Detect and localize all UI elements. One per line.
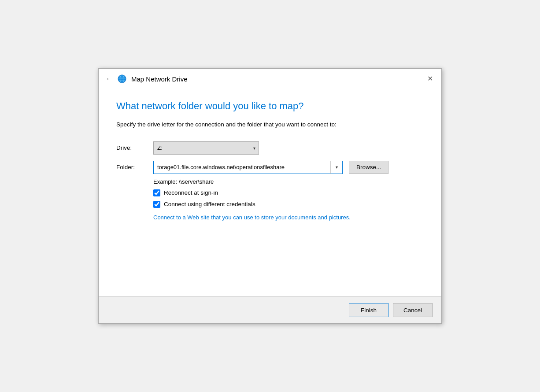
reconnect-label: Reconnect at sign-in	[164, 189, 218, 196]
folder-input[interactable]	[153, 161, 330, 174]
folder-input-wrapper: ▾	[153, 161, 343, 174]
reconnect-checkbox[interactable]	[153, 189, 160, 196]
web-site-link[interactable]: Connect to a Web site that you can use t…	[153, 214, 424, 221]
folder-dropdown-button[interactable]: ▾	[330, 161, 343, 174]
drive-select[interactable]: Z: Y: X: W: V:	[153, 141, 259, 155]
form-section: Drive: Z: Y: X: W: V: ▾ Folder:	[116, 141, 424, 174]
credentials-checkbox[interactable]	[153, 201, 160, 208]
folder-label: Folder:	[116, 164, 147, 170]
title-bar-left: ← Map Network Drive	[106, 74, 188, 84]
dialog-title: Map Network Drive	[131, 75, 188, 83]
main-heading: What network folder would you like to ma…	[116, 100, 424, 112]
folder-row: Folder: ▾ Browse...	[116, 161, 424, 174]
cancel-button[interactable]: Cancel	[393, 303, 433, 317]
back-button[interactable]: ←	[106, 75, 113, 83]
reconnect-checkbox-row[interactable]: Reconnect at sign-in	[153, 189, 424, 196]
close-button[interactable]: ✕	[425, 73, 435, 84]
title-bar: ← Map Network Drive ✕	[99, 69, 441, 88]
drive-select-wrapper: Z: Y: X: W: V: ▾	[153, 141, 259, 155]
credentials-label: Connect using different credentials	[164, 201, 255, 207]
extra-info: Example: \\server\share Reconnect at sig…	[153, 178, 424, 221]
dialog-footer: Finish Cancel	[99, 296, 441, 323]
globe-icon	[117, 74, 127, 84]
drive-row: Drive: Z: Y: X: W: V: ▾	[116, 141, 424, 155]
description-text: Specify the drive letter for the connect…	[116, 121, 424, 129]
map-network-drive-dialog: ← Map Network Drive ✕ What network folde…	[98, 68, 442, 324]
browse-button[interactable]: Browse...	[349, 161, 388, 174]
example-text: Example: \\server\share	[153, 178, 424, 185]
finish-button[interactable]: Finish	[349, 303, 388, 317]
drive-label: Drive:	[116, 144, 147, 151]
dialog-content: What network folder would you like to ma…	[99, 88, 441, 296]
credentials-checkbox-row[interactable]: Connect using different credentials	[153, 201, 424, 208]
